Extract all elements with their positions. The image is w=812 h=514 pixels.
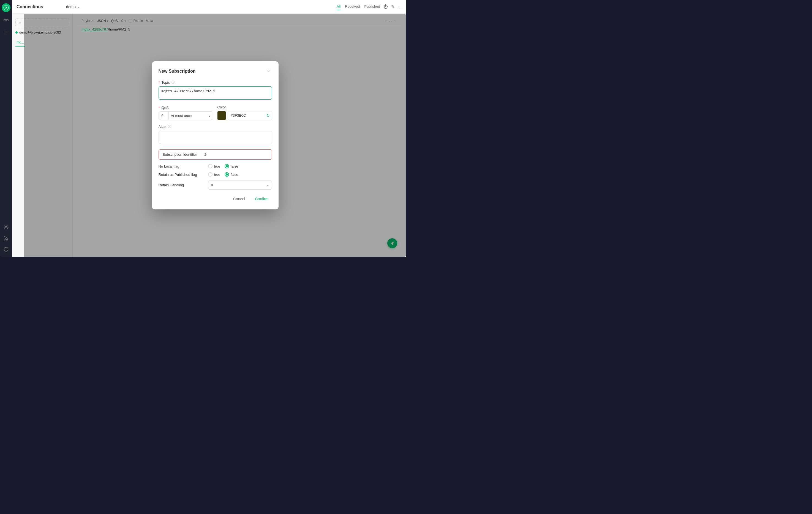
top-bar: Connections demo ⌄ All Received Publishe… — [12, 0, 406, 14]
svg-point-7 — [5, 226, 7, 228]
modal-header: New Subscription × — [158, 68, 272, 74]
sidebar-item-info[interactable] — [2, 245, 10, 254]
color-input[interactable] — [228, 111, 272, 120]
retain-handling-chevron: ⌄ — [267, 184, 269, 187]
color-label-text: Color — [218, 105, 226, 109]
retain-published-false-dot — [226, 173, 228, 176]
tab-received[interactable]: Received — [345, 3, 360, 10]
tab-all[interactable]: All — [337, 3, 341, 10]
alias-label: Alias ⓘ — [158, 124, 272, 129]
color-swatch[interactable] — [218, 111, 226, 120]
app-shell: ✕ — [0, 0, 406, 257]
alias-info-icon[interactable]: ⓘ — [168, 124, 171, 129]
color-input-wrap: ↻ — [228, 111, 272, 120]
qos-option-select[interactable]: At most once ⌄ — [169, 112, 213, 120]
page-title: Connections — [17, 4, 43, 9]
sidebar: ✕ — [0, 0, 12, 257]
retain-published-false-radio[interactable]: false — [225, 172, 238, 177]
topic-input[interactable] — [158, 86, 272, 100]
qos-field-group: * QoS 0 At most once ⌄ — [158, 105, 213, 120]
svg-rect-3 — [6, 20, 8, 21]
no-local-false-label: false — [231, 164, 238, 169]
retain-as-published-label: Retain as Published flag — [158, 173, 208, 177]
tab-published[interactable]: Published — [365, 3, 380, 10]
color-field-group: Color ↻ — [218, 105, 272, 120]
retain-published-false-circle — [225, 172, 229, 177]
top-bar-right: All Received Published ⏻ ✎ ··· — [337, 3, 402, 10]
retain-handling-row: Retain Handling 0 ⌄ — [158, 181, 272, 189]
subscriptions-tab[interactable]: mo... — [16, 39, 25, 47]
subscription-identifier-row: Subscription Identifier — [158, 149, 272, 160]
retain-published-false-label: false — [231, 173, 238, 177]
topic-required-star: * — [158, 80, 160, 85]
confirm-button[interactable]: Confirm — [252, 195, 272, 203]
sidebar-item-connections[interactable] — [2, 17, 10, 25]
content-area: + demo@broker.emqx.io:8083 mo... Payload… — [12, 14, 406, 257]
qos-color-row: * QoS 0 At most once ⌄ — [158, 105, 272, 120]
qos-select-field[interactable]: 0 At most once ⌄ — [158, 112, 213, 120]
modal-title: New Subscription — [158, 69, 196, 74]
color-label: Color — [218, 105, 272, 109]
qos-field-label: * QoS — [158, 105, 213, 110]
app-logo[interactable]: ✕ — [2, 3, 10, 12]
qos-chevron-icon: ⌄ — [208, 114, 210, 117]
tab-buttons: All Received Published — [337, 3, 380, 10]
no-local-flag-row: No Local flag true false — [158, 164, 272, 169]
no-local-false-dot — [226, 165, 228, 167]
plus-icon: + — [19, 21, 21, 25]
edit-icon[interactable]: ✎ — [391, 4, 395, 9]
no-local-flag-radio-group: true false — [208, 164, 238, 169]
main-content: Connections demo ⌄ All Received Publishe… — [12, 0, 406, 257]
sidebar-item-feed[interactable] — [2, 234, 10, 243]
svg-point-8 — [4, 239, 5, 240]
topic-label: * Topic ⓘ — [158, 80, 272, 85]
connection-name-label: demo — [66, 5, 76, 9]
top-bar-center: demo ⌄ — [66, 5, 337, 9]
more-icon[interactable]: ··· — [398, 4, 402, 9]
svg-text:✕: ✕ — [5, 6, 7, 9]
topic-field-group: * Topic ⓘ — [158, 80, 272, 101]
topic-info-icon[interactable]: ⓘ — [172, 80, 175, 85]
alias-field-group: Alias ⓘ — [158, 124, 272, 145]
qos-option-label: At most once — [171, 114, 192, 118]
svg-rect-2 — [4, 20, 6, 21]
connection-status-dot — [16, 31, 18, 34]
alias-label-text: Alias — [158, 125, 166, 129]
retain-as-published-flag-row: Retain as Published flag true false — [158, 172, 272, 177]
modal-overlay[interactable]: New Subscription × * Topic ⓘ — [24, 14, 406, 257]
no-local-true-circle — [208, 164, 212, 169]
color-refresh-icon[interactable]: ↻ — [266, 113, 270, 118]
modal-close-button[interactable]: × — [265, 68, 272, 74]
retain-published-true-circle — [208, 172, 212, 177]
subscription-identifier-input[interactable] — [201, 150, 272, 159]
modal-footer: Cancel Confirm — [158, 195, 272, 203]
alias-input[interactable] — [158, 131, 272, 144]
sidebar-item-add[interactable] — [2, 28, 10, 36]
no-local-false-circle — [225, 164, 229, 169]
svg-point-11 — [6, 248, 6, 249]
qos-label-text: QoS — [162, 105, 169, 110]
sidebar-item-settings[interactable] — [2, 223, 10, 232]
cancel-button[interactable]: Cancel — [230, 195, 249, 203]
topic-label-text: Topic — [162, 80, 170, 85]
connections-title: Connections — [17, 4, 66, 9]
no-local-false-radio[interactable]: false — [225, 164, 238, 169]
retain-handling-select[interactable]: 0 ⌄ — [208, 181, 272, 189]
retain-as-published-radio-group: true false — [208, 172, 238, 177]
qos-number: 0 — [159, 112, 169, 120]
retain-handling-label: Retain Handling — [158, 183, 208, 187]
no-local-flag-label: No Local flag — [158, 164, 208, 169]
retain-published-true-label: true — [214, 173, 220, 177]
power-icon[interactable]: ⏻ — [383, 4, 388, 9]
color-input-row: ↻ — [218, 111, 272, 120]
qos-required-star: * — [158, 105, 160, 110]
subscription-identifier-label: Subscription Identifier — [159, 150, 201, 159]
new-subscription-modal: New Subscription × * Topic ⓘ — [152, 61, 279, 209]
no-local-true-label: true — [214, 164, 220, 169]
retain-handling-value: 0 — [211, 183, 213, 187]
connection-chevron-icon[interactable]: ⌄ — [77, 5, 80, 9]
retain-published-true-radio[interactable]: true — [208, 172, 220, 177]
no-local-true-radio[interactable]: true — [208, 164, 220, 169]
